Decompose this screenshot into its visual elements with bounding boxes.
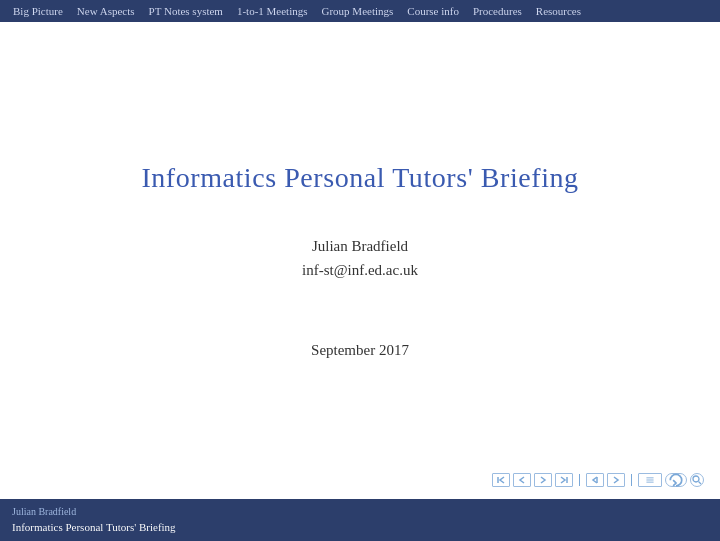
- search-button[interactable]: [690, 473, 704, 487]
- nav-item-resources[interactable]: Resources: [529, 0, 588, 22]
- slide-date: September 2017: [311, 342, 409, 359]
- navigation-bar: Big PictureNew AspectsPT Notes system1-t…: [0, 0, 720, 22]
- nav-first-button[interactable]: [492, 473, 510, 487]
- svg-point-6: [693, 476, 699, 482]
- nav-item-new-aspects[interactable]: New Aspects: [70, 0, 142, 22]
- nav-next-button[interactable]: [534, 473, 552, 487]
- author-email: inf-st@inf.ed.ac.uk: [302, 258, 418, 282]
- nav-prev-button[interactable]: [513, 473, 531, 487]
- controls-divider-2: [631, 474, 632, 486]
- nav-item-big-picture[interactable]: Big Picture: [6, 0, 70, 22]
- nav-item-pt-notes-system[interactable]: PT Notes system: [142, 0, 230, 22]
- section-prev-button[interactable]: [586, 473, 604, 487]
- status-author: Julian Bradfield: [12, 504, 708, 519]
- status-title: Informatics Personal Tutors' Briefing: [12, 519, 708, 536]
- slide-content: Informatics Personal Tutors' Briefing Ju…: [0, 22, 720, 499]
- slide-author-block: Julian Bradfield inf-st@inf.ed.ac.uk: [302, 234, 418, 282]
- nav-item-1to1-meetings[interactable]: 1-to-1 Meetings: [230, 0, 315, 22]
- nav-last-button[interactable]: [555, 473, 573, 487]
- slide-title: Informatics Personal Tutors' Briefing: [141, 162, 578, 194]
- fit-button[interactable]: [638, 473, 662, 487]
- nav-item-group-meetings[interactable]: Group Meetings: [315, 0, 401, 22]
- nav-item-procedures[interactable]: Procedures: [466, 0, 529, 22]
- author-name: Julian Bradfield: [302, 234, 418, 258]
- svg-line-7: [699, 482, 702, 485]
- section-next-button[interactable]: [607, 473, 625, 487]
- nav-item-course-info[interactable]: Course info: [400, 0, 466, 22]
- status-bar: Julian Bradfield Informatics Personal Tu…: [0, 499, 720, 541]
- slide-controls: [492, 473, 704, 487]
- controls-divider: [579, 474, 580, 486]
- loop-button[interactable]: [665, 473, 687, 487]
